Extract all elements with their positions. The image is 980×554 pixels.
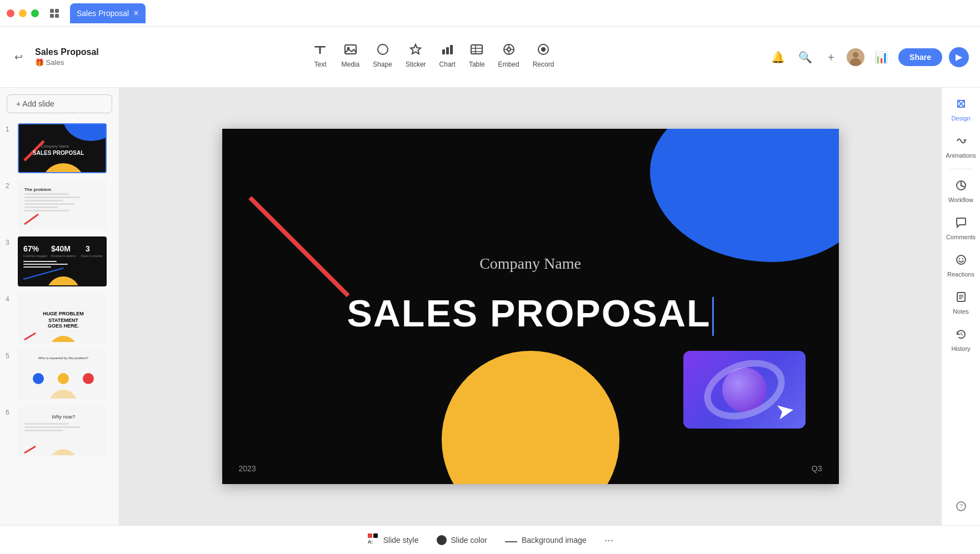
slide-number: 3: [6, 236, 13, 246]
svg-point-78: [960, 185, 962, 187]
sidebar-item-reactions[interactable]: Reactions: [943, 248, 979, 283]
svg-rect-37: [24, 200, 63, 202]
shape-icon: [375, 42, 391, 57]
color-dot: [437, 535, 447, 545]
sidebar-divider: [950, 169, 972, 169]
sidebar-item-comments[interactable]: Comments: [943, 211, 979, 246]
workflow-icon: [955, 179, 967, 194]
slide-item[interactable]: 6 Why now?: [0, 403, 119, 460]
notes-icon: [955, 291, 967, 306]
tool-chart[interactable]: Chart: [439, 42, 456, 68]
slide-item[interactable]: 3 67% $40M 3 Customer engaged Revenue in…: [0, 233, 119, 290]
svg-point-81: [962, 258, 963, 259]
svg-line-87: [961, 334, 963, 335]
tool-sticker[interactable]: Sticker: [406, 42, 426, 68]
text-cursor: [712, 297, 714, 336]
svg-text:Company Name: Company Name: [41, 144, 69, 149]
analytics-button[interactable]: 📊: [871, 47, 892, 67]
slide-color-label: Slide color: [451, 536, 487, 545]
sidebar-item-notes[interactable]: Notes: [943, 285, 979, 320]
window-controls: [7, 9, 39, 17]
text-icon: [312, 42, 328, 57]
more-options-button[interactable]: ···: [604, 533, 614, 546]
main-content: + Add slide 1 Company Name SALES PROPOSA…: [0, 88, 980, 525]
toolbar-actions: 🔔 🔍 ＋ 📊 Share ▶: [768, 46, 969, 68]
slide-number: 2: [6, 180, 13, 190]
reactions-icon: [955, 254, 967, 269]
avatar[interactable]: [847, 48, 864, 66]
slide-thumbnail: 67% $40M 3 Customer engaged Revenue in p…: [18, 236, 107, 286]
background-image-item[interactable]: Background image: [505, 534, 587, 546]
record-icon: [536, 42, 551, 57]
svg-rect-5: [319, 46, 321, 54]
sidebar-item-design[interactable]: Design: [943, 92, 979, 127]
help-button[interactable]: ?: [943, 495, 979, 521]
title-bar: Sales Proposal ×: [0, 0, 980, 27]
svg-rect-50: [23, 264, 68, 265]
search-button[interactable]: 🔍: [795, 47, 816, 67]
sidebar-item-workflow[interactable]: Workflow: [943, 174, 979, 209]
sidebar-item-history[interactable]: History: [943, 323, 979, 357]
right-sidebar: Design Animations Wo: [941, 88, 980, 525]
tool-record-label: Record: [533, 61, 554, 68]
document-tab[interactable]: Sales Proposal ×: [70, 3, 146, 23]
slide-panel: + Add slide 1 Company Name SALES PROPOSA…: [0, 88, 119, 525]
document-title: Sales Proposal: [35, 47, 99, 57]
slide-style-item[interactable]: A: Slide style: [367, 532, 419, 547]
tab-close-icon[interactable]: ×: [133, 8, 138, 18]
svg-rect-91: [373, 533, 378, 538]
notifications-button[interactable]: 🔔: [768, 47, 788, 67]
slide-style-icon: A:: [367, 532, 379, 547]
add-button[interactable]: ＋: [822, 46, 840, 68]
svg-text:$40M: $40M: [51, 244, 71, 253]
slide-item[interactable]: 1 Company Name SALES PROPOSAL: [0, 120, 119, 177]
slide-item[interactable]: 2 The problem: [0, 177, 119, 233]
toolbar: ↩ Sales Proposal 🎁 Sales Text: [0, 27, 980, 88]
play-button[interactable]: ▶: [949, 47, 969, 67]
history-icon: [955, 328, 967, 343]
tool-shape[interactable]: Shape: [373, 42, 392, 68]
undo-button[interactable]: ↩: [11, 48, 26, 67]
svg-text:STATEMENT: STATEMENT: [48, 318, 78, 323]
minimize-button[interactable]: [19, 9, 27, 17]
svg-point-62: [33, 373, 44, 384]
tool-record[interactable]: Record: [533, 42, 554, 68]
embed-icon: [501, 42, 517, 57]
svg-text:The problem: The problem: [24, 187, 51, 192]
slide-color-item[interactable]: Slide color: [437, 535, 487, 545]
tool-embed[interactable]: Embed: [498, 42, 519, 68]
tool-media[interactable]: Media: [341, 42, 359, 68]
slide-title-text: SALES PROPOSAL: [347, 291, 713, 336]
grid-icon[interactable]: [46, 4, 63, 22]
svg-text:Why now?: Why now?: [52, 414, 75, 420]
svg-rect-3: [55, 14, 59, 18]
sidebar-item-animations[interactable]: Animations: [943, 129, 979, 164]
company-name-text: Company Name: [479, 255, 581, 273]
svg-point-23: [541, 47, 546, 52]
slide-thumbnail: Company Name SALES PROPOSAL: [18, 123, 107, 173]
add-slide-button[interactable]: + Add slide: [7, 94, 112, 113]
close-button[interactable]: [7, 9, 14, 17]
planet-sticker: ➤: [683, 351, 806, 429]
design-label: Design: [951, 115, 970, 122]
maximize-button[interactable]: [31, 9, 39, 17]
design-icon: [955, 98, 967, 113]
tool-group: Text Media Shape: [312, 42, 554, 73]
svg-text:?: ?: [959, 503, 962, 510]
tool-text[interactable]: Text: [312, 42, 328, 68]
svg-text:GOES HERE.: GOES HERE.: [48, 323, 79, 329]
main-slide[interactable]: Company Name SALES PROPOSAL ➤ 2023 Q3: [222, 129, 839, 484]
svg-rect-0: [50, 9, 54, 13]
svg-rect-2: [50, 14, 54, 18]
svg-rect-10: [446, 47, 449, 54]
svg-text:Revenue in pipeline: Revenue in pipeline: [51, 254, 76, 258]
svg-rect-35: [24, 193, 69, 195]
share-button[interactable]: Share: [898, 48, 942, 66]
slide-item[interactable]: 4 HUGE PROBLEM STATEMENT GOES HERE.: [0, 290, 119, 346]
svg-text:67%: 67%: [23, 244, 39, 253]
slide-item[interactable]: 5 Who is impacted by this problem?: [0, 346, 119, 403]
svg-rect-9: [442, 49, 445, 54]
slide-thumbnail: Who is impacted by this problem?: [18, 350, 107, 400]
svg-rect-70: [24, 430, 63, 431]
tool-table[interactable]: Table: [469, 42, 485, 68]
